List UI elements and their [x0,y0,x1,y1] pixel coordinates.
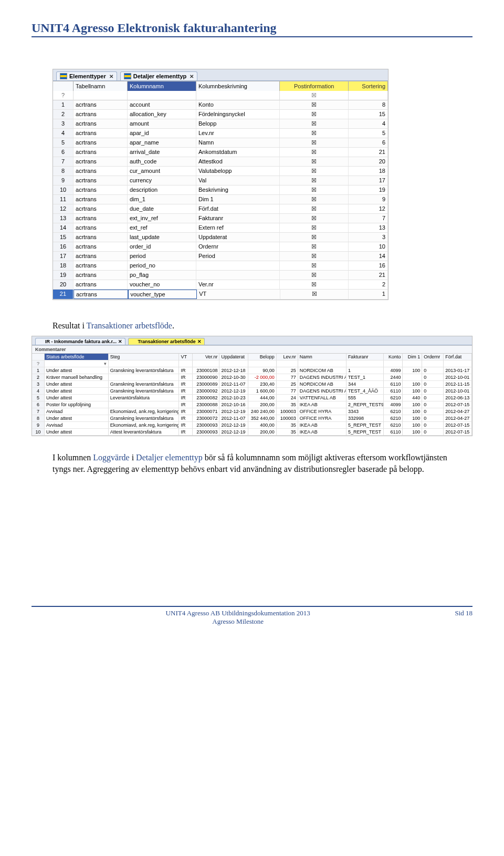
col-header-ordernr[interactable]: Ordernr [422,354,444,360]
cell-konto[interactable]: 6110 [384,388,403,395]
cell-vernr[interactable]: 23000090 [193,374,219,381]
cell-sortering[interactable]: 9 [349,195,388,204]
cell-kolumnbeskrivning[interactable]: Ankomstdatum [196,148,280,157]
table-row[interactable]: 19acrtranspo_flag☒21 [53,271,388,280]
cell-vernr[interactable]: 23000072 [193,415,219,422]
cell-sortering[interactable]: 5 [349,129,388,138]
table-row[interactable]: 2Kräver manuell behandlingIR230000902012… [32,374,472,381]
checkbox-icon[interactable]: ☒ [311,234,317,241]
checkbox-icon[interactable]: ☒ [311,262,317,269]
cell-konto[interactable]: 2440 [384,374,403,381]
cell-ordernr[interactable]: 0 [422,381,444,388]
tab-transaktioner-arbetsflode[interactable]: Transaktioner arbetsflöde ✕ [128,338,205,345]
checkbox-icon[interactable]: ☒ [311,224,317,231]
cell-ordernr[interactable]: 0 [422,401,444,408]
filter-cell[interactable] [298,360,346,367]
table-row[interactable]: 12acrtransdue_dateFörf.dat☒12 [53,204,388,214]
cell-kolumnnamn[interactable]: auth_code [128,157,196,166]
cell-kolumnnamn[interactable]: amount [128,119,196,128]
table-row[interactable]: 14acrtransext_refExtern ref☒13 [53,223,388,233]
cell-kolumnnamn[interactable]: ext_inv_ref [128,214,196,223]
kommentarer-bar[interactable]: Kommentarer [32,345,472,354]
cell-vernr[interactable]: 23000089 [193,381,219,388]
cell-sortering[interactable]: 18 [349,167,388,176]
col-header-fakturanr[interactable]: Fakturanr [346,354,384,360]
table-row[interactable]: 10Under attestAttest leverantörsfakturaI… [32,429,472,436]
cell-dim1[interactable]: 100 [403,429,422,436]
col-header-uppdaterat[interactable]: Uppdaterat [219,354,248,360]
cell-vernr[interactable]: 23000088 [193,401,219,408]
cell-tabellnamn[interactable]: acrtrans [74,157,128,166]
cell-tabellnamn[interactable]: acrtrans [74,290,128,299]
table-row[interactable]: 21acrtransvoucher_typeVT☒1 [53,290,388,300]
cell-sortering[interactable]: 14 [349,252,388,261]
cell-belopp[interactable]: 90,00 [248,367,277,374]
cell-ordernr[interactable]: 0 [422,408,444,415]
table-row[interactable]: 16acrtransorder_idOrdernr☒10 [53,242,388,252]
cell-postinformation[interactable]: ☒ [280,233,349,242]
checkbox-icon[interactable]: ☒ [311,92,317,99]
filter-status-dropdown[interactable]: ▾ [45,360,109,367]
table-row[interactable]: 5acrtransapar_nameNamn☒6 [53,138,388,148]
cell-tabellnamn[interactable]: acrtrans [74,129,128,138]
cell-kolumnbeskrivning[interactable]: VT [197,290,280,299]
cell-belopp[interactable]: 200,00 [248,401,277,408]
cell-kolumnnamn[interactable]: cur_amount [128,167,196,176]
cell-ordernr[interactable]: 0 [422,367,444,374]
table-row[interactable]: 18acrtransperiod_no☒16 [53,261,388,271]
table-row[interactable]: 5Under attestLeverantörsfakturaIR2300008… [32,395,472,401]
cell-levnr[interactable]: 35 [277,422,298,429]
cell-forfdat[interactable]: 2012-11-15 [444,381,472,388]
cell-sortering[interactable]: 7 [349,214,388,223]
cell-vt[interactable]: IR [179,367,193,374]
cell-postinformation[interactable]: ☒ [280,261,349,270]
checkbox-icon[interactable]: ☒ [311,272,317,279]
cell-konto[interactable]: 6110 [384,429,403,436]
cell-ordernr[interactable]: 0 [422,374,444,381]
cell-kolumnbeskrivning[interactable]: Dim 1 [196,195,280,204]
cell-fakturanr[interactable]: 332998 [346,415,384,422]
table-row[interactable]: 6Poster för uppföljningIR230000882012-10… [32,401,472,408]
cell-fakturanr[interactable]: 5_REPR_TEST [346,422,384,429]
cell-fakturanr[interactable]: 1 [346,367,384,374]
cell-namn[interactable]: OFFICE HYRA [298,415,346,422]
cell-levnr[interactable]: 77 [277,388,298,395]
cell-tabellnamn[interactable]: acrtrans [74,204,128,213]
cell-kolumnbeskrivning[interactable]: Beskrivning [196,185,280,194]
cell-steg[interactable]: Granskning leverantörsfaktura [109,388,180,395]
cell-namn[interactable]: DAGENS INDUSTRI AB [298,374,346,381]
cell-tabellnamn[interactable]: acrtrans [74,148,128,157]
table-row[interactable]: 4Under attestGranskning leverantörsfaktu… [32,388,472,395]
cell-kolumnnamn[interactable]: voucher_type [128,290,197,299]
cell-vernr[interactable]: 23000092 [193,388,219,395]
cell-belopp[interactable]: 230,40 [248,381,277,388]
cell-postinformation[interactable]: ☒ [280,280,349,289]
cell-vt[interactable]: IR [179,395,193,401]
filter-cell[interactable] [349,91,388,100]
cell-postinformation[interactable]: ☒ [280,129,349,138]
cell-steg[interactable]: Granskning leverantörsfaktura [109,381,180,388]
cell-dim1[interactable]: 100 [403,408,422,415]
cell-ordernr[interactable]: 0 [422,395,444,401]
cell-ordernr[interactable]: 0 [422,388,444,395]
table-row[interactable]: 6acrtransarrival_dateAnkomstdatum☒21 [53,148,388,157]
table-row[interactable]: 8Under attestGranskning leverantörsfaktu… [32,415,472,422]
cell-konto[interactable]: 6110 [384,381,403,388]
cell-dim1[interactable]: 100 [403,415,422,422]
cell-postinformation[interactable]: ☒ [280,185,349,194]
cell-vt[interactable]: IR [179,374,193,381]
cell-uppdaterat[interactable]: 2012-10-30 [219,374,248,381]
cell-kolumnnamn[interactable]: dim_1 [128,195,196,204]
cell-uppdaterat[interactable]: 2012-10-23 [219,395,248,401]
close-icon[interactable]: ✕ [118,339,122,344]
cell-sortering[interactable]: 19 [349,185,388,194]
cell-fakturanr[interactable]: 5_REPR_TEST [346,429,384,436]
cell-vt[interactable]: IR [179,422,193,429]
cell-uppdaterat[interactable]: 2012-12-19 [219,429,248,436]
cell-belopp[interactable]: 240 240,00 [248,408,277,415]
table-row[interactable]: 3Under attestGranskning leverantörsfaktu… [32,381,472,388]
close-icon[interactable]: ✕ [109,74,113,79]
cell-kolumnnamn[interactable]: account [128,100,196,109]
cell-fakturanr[interactable]: 2_REPR_TEST9A [346,401,384,408]
tab-ir-inkommande[interactable]: IR - Inkommande faktura ank.r... ✕ [35,338,125,345]
